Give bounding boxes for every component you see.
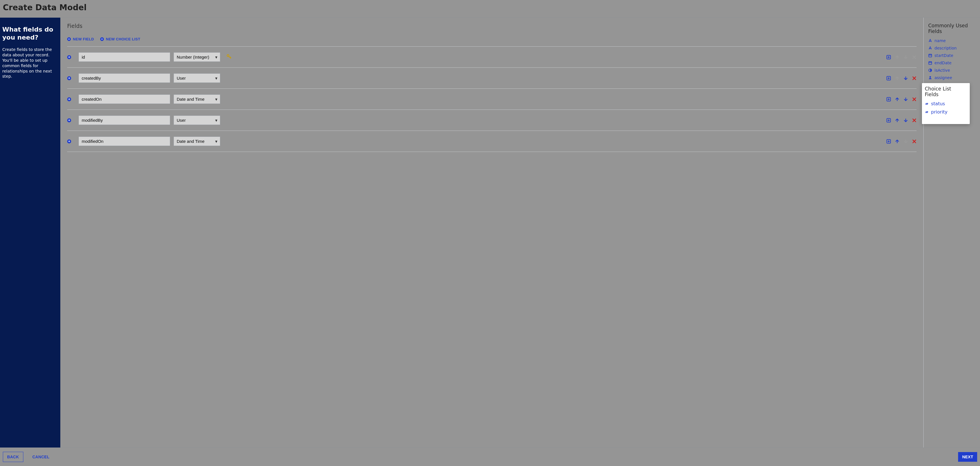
add-below-button[interactable] xyxy=(886,55,891,59)
drag-handle-icon[interactable]: + xyxy=(67,97,71,101)
common-field-link[interactable]: assignee xyxy=(934,75,952,80)
choice-list-popover: Choice List Fields status priority xyxy=(922,83,970,124)
common-field-link[interactable]: endDate xyxy=(934,60,951,65)
common-field-link[interactable]: isActive xyxy=(934,68,950,73)
common-field-item: assignee xyxy=(928,74,975,81)
delete-field-button[interactable] xyxy=(912,76,916,81)
fields-section-title: Fields xyxy=(67,23,916,29)
field-type-select[interactable]: Number (Integer)UserDate and Time xyxy=(173,137,220,146)
dialog-header: Create Data Model xyxy=(0,0,980,17)
common-field-link[interactable]: startDate xyxy=(934,53,953,58)
move-up-button xyxy=(895,76,899,81)
sidebar-heading: What fields do you need? xyxy=(2,25,56,41)
field-row: + Number (Integer)UserDate and Time ▼ xyxy=(67,89,916,110)
common-field-item: isActive xyxy=(928,67,975,74)
field-row-tools xyxy=(886,76,916,81)
dialog-title: Create Data Model xyxy=(3,3,977,12)
fields-editor: Fields + NEW FIELD + NEW CHOICE LIST + N… xyxy=(60,17,924,447)
move-down-button[interactable] xyxy=(904,97,908,102)
delete-field-button xyxy=(912,55,916,59)
field-type-select[interactable]: Number (Integer)UserDate and Time xyxy=(173,52,220,62)
common-field-link[interactable]: name xyxy=(934,38,946,43)
field-name-input[interactable] xyxy=(78,73,170,83)
calendar-icon xyxy=(928,61,932,65)
field-type-select[interactable]: Number (Integer)UserDate and Time xyxy=(173,73,220,83)
move-down-button[interactable] xyxy=(904,118,908,122)
field-row: + Number (Integer)UserDate and Time ▼ xyxy=(67,67,916,89)
new-field-label: NEW FIELD xyxy=(73,37,94,41)
field-type-select[interactable]: Number (Integer)UserDate and Time xyxy=(173,94,220,104)
choice-field-link[interactable]: status xyxy=(931,101,945,107)
move-up-button[interactable] xyxy=(895,118,899,122)
commonly-used-list: name description startDate endDate isAct… xyxy=(928,37,975,81)
field-name-input[interactable] xyxy=(78,94,170,104)
dialog-footer: BACK CANCEL NEXT xyxy=(0,448,980,466)
calendar-icon xyxy=(928,54,932,57)
move-up-button xyxy=(895,55,899,59)
choice-list-fields: status priority xyxy=(925,100,966,116)
common-field-item: description xyxy=(928,45,975,52)
create-data-model-dialog: Create Data Model What fields do you nee… xyxy=(0,0,980,466)
primary-key-icon xyxy=(226,54,231,60)
field-name-input[interactable] xyxy=(78,137,170,146)
field-name-input[interactable] xyxy=(78,52,170,62)
delete-field-button[interactable] xyxy=(912,97,916,102)
new-field-button[interactable]: + NEW FIELD xyxy=(67,37,94,41)
delete-field-button[interactable] xyxy=(912,139,916,144)
field-rows-container: + Number (Integer)UserDate and Time ▼ + … xyxy=(67,46,916,152)
link-icon xyxy=(925,102,929,106)
sidebar-body: Create fields to store the data about yo… xyxy=(2,47,56,79)
common-field-item: endDate xyxy=(928,59,975,67)
move-down-button xyxy=(904,55,908,59)
field-row: + Number (Integer)UserDate and Time ▼ xyxy=(67,130,916,152)
move-down-button[interactable] xyxy=(904,76,908,81)
back-button[interactable]: BACK xyxy=(3,452,23,462)
common-field-item: startDate xyxy=(928,52,975,59)
field-row-tools xyxy=(886,118,916,122)
add-below-button[interactable] xyxy=(886,139,891,144)
cancel-button[interactable]: CANCEL xyxy=(29,452,54,462)
fields-action-row: + NEW FIELD + NEW CHOICE LIST xyxy=(67,37,916,41)
move-up-button[interactable] xyxy=(895,97,899,102)
field-row-tools xyxy=(886,97,916,102)
contrast-icon xyxy=(928,68,932,72)
choice-field-link[interactable]: priority xyxy=(931,109,948,115)
field-type-select[interactable]: Number (Integer)UserDate and Time xyxy=(173,116,220,125)
add-below-button[interactable] xyxy=(886,118,891,122)
drag-handle-icon[interactable]: + xyxy=(67,55,71,59)
field-row: + Number (Integer)UserDate and Time ▼ xyxy=(67,46,916,67)
choice-field-item: status xyxy=(925,100,966,108)
plus-circle-icon: + xyxy=(100,37,104,41)
dialog-body: What fields do you need? Create fields t… xyxy=(0,17,980,448)
new-choice-list-label: NEW CHOICE LIST xyxy=(106,37,140,41)
drag-handle-icon[interactable]: + xyxy=(67,76,71,80)
drag-handle-icon[interactable]: + xyxy=(67,139,71,143)
move-up-button[interactable] xyxy=(895,139,899,144)
commonly-used-panel: Commonly Used Fields name description st… xyxy=(924,17,980,447)
commonly-used-title: Commonly Used Fields xyxy=(928,23,975,34)
field-name-input[interactable] xyxy=(78,116,170,125)
add-below-button[interactable] xyxy=(886,97,891,102)
choice-field-item: priority xyxy=(925,108,966,116)
common-field-item: name xyxy=(928,37,975,45)
plus-circle-icon: + xyxy=(67,37,71,41)
font-icon xyxy=(928,39,932,43)
common-field-link[interactable]: description xyxy=(934,46,957,50)
user-icon xyxy=(928,76,932,80)
delete-field-button[interactable] xyxy=(912,118,916,122)
font-icon xyxy=(928,46,932,50)
new-choice-list-button[interactable]: + NEW CHOICE LIST xyxy=(100,37,140,41)
next-button[interactable]: NEXT xyxy=(958,452,977,462)
field-row-tools xyxy=(886,139,916,144)
add-below-button[interactable] xyxy=(886,76,891,81)
choice-list-title: Choice List Fields xyxy=(925,86,966,97)
field-row: + Number (Integer)UserDate and Time ▼ xyxy=(67,110,916,130)
drag-handle-icon[interactable]: + xyxy=(67,118,71,122)
field-row-tools xyxy=(886,55,916,59)
help-sidebar: What fields do you need? Create fields t… xyxy=(0,17,60,447)
link-icon xyxy=(925,110,929,114)
move-down-button xyxy=(904,139,908,144)
